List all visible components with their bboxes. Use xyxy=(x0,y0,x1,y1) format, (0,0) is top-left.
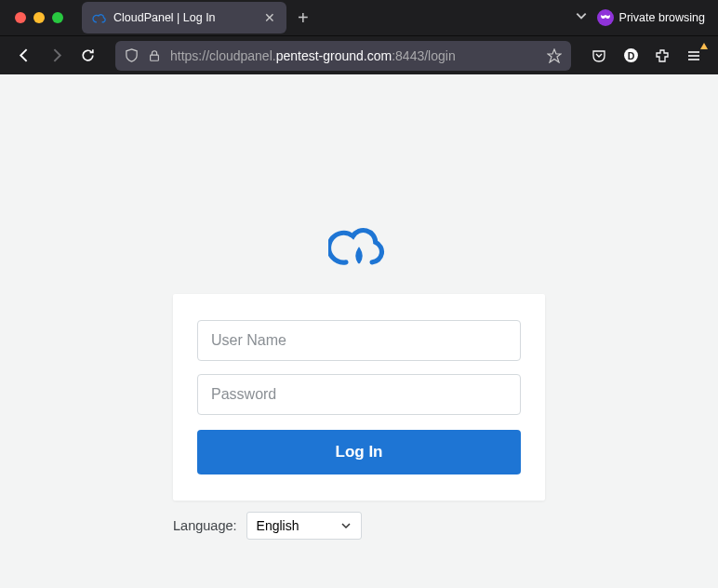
page-viewport: Log In Language: English xyxy=(0,74,718,588)
login-button[interactable]: Log In xyxy=(197,430,521,474)
browser-chrome: CloudPanel | Log In ✕ + Private browsing xyxy=(0,0,718,74)
tab-close-icon[interactable]: ✕ xyxy=(262,10,277,25)
private-browsing-label: Private browsing xyxy=(619,11,705,24)
cloudpanel-logo-icon xyxy=(173,221,545,274)
notification-badge-icon xyxy=(700,43,708,49)
language-row: Language: English xyxy=(173,512,545,540)
svg-rect-0 xyxy=(151,55,159,60)
tab-favicon-icon xyxy=(91,10,106,25)
language-label: Language: xyxy=(173,518,237,533)
mask-icon xyxy=(597,9,614,26)
url-text: https://cloudpanel.pentest-ground.com:84… xyxy=(170,48,538,63)
username-input[interactable] xyxy=(197,320,521,361)
address-bar: https://cloudpanel.pentest-ground.com:84… xyxy=(0,35,718,74)
tab-title: CloudPanel | Log In xyxy=(113,11,255,24)
window-minimize-button[interactable] xyxy=(33,12,45,23)
pocket-icon[interactable] xyxy=(588,45,610,67)
extensions-icon[interactable] xyxy=(651,45,673,67)
private-browsing-indicator: Private browsing xyxy=(597,9,705,26)
login-container: Log In Language: English xyxy=(173,74,545,540)
bookmark-star-icon[interactable] xyxy=(547,48,562,63)
lock-icon[interactable] xyxy=(148,49,161,62)
window-controls xyxy=(15,12,63,23)
back-button[interactable] xyxy=(13,45,35,67)
reload-button[interactable] xyxy=(76,45,99,67)
language-select[interactable]: English xyxy=(246,512,362,540)
password-input[interactable] xyxy=(197,374,521,415)
circle-d-icon[interactable]: D xyxy=(619,45,642,67)
tab-bar: CloudPanel | Log In ✕ + Private browsing xyxy=(0,0,718,35)
browser-tab[interactable]: CloudPanel | Log In ✕ xyxy=(82,2,286,33)
shield-icon[interactable] xyxy=(125,48,139,62)
tabs-dropdown-button[interactable] xyxy=(575,9,588,26)
window-maximize-button[interactable] xyxy=(52,12,63,23)
new-tab-button[interactable]: + xyxy=(298,7,309,29)
svg-text:D: D xyxy=(627,50,634,61)
url-bar[interactable]: https://cloudpanel.pentest-ground.com:84… xyxy=(115,41,571,71)
window-close-button[interactable] xyxy=(15,12,26,23)
app-menu-button[interactable] xyxy=(683,45,705,67)
login-card: Log In xyxy=(173,294,545,501)
forward-button[interactable] xyxy=(45,45,67,67)
